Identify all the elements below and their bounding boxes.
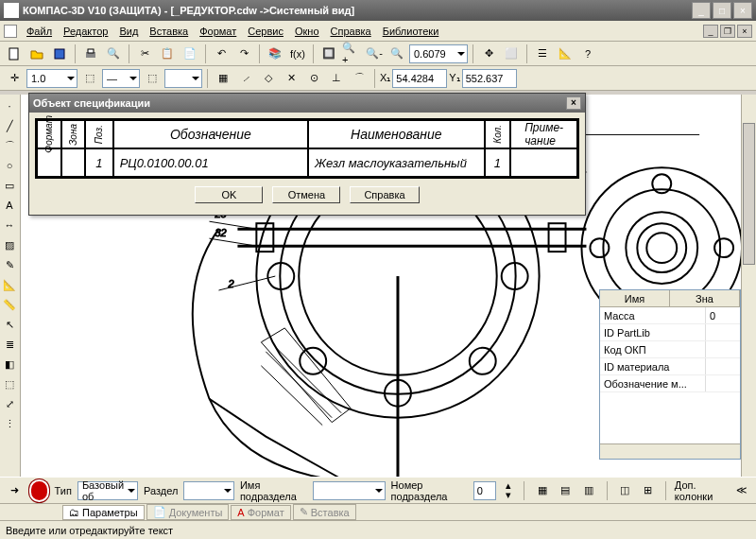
mdi-minimize[interactable]: _ <box>703 25 718 38</box>
close-button[interactable]: × <box>733 2 752 19</box>
minimize-button[interactable]: _ <box>692 2 711 19</box>
tab-params[interactable]: 🗂Параметры <box>62 505 145 520</box>
mdi-restore[interactable]: ❐ <box>720 25 735 38</box>
snap-button[interactable]: ✛ <box>4 68 25 89</box>
zoom-fit-button[interactable]: ⬜ <box>501 43 522 64</box>
spec-data-row[interactable]: 1 РЦ0.0100.00.01 Жезл маслоуказательный … <box>37 148 577 177</box>
zoom-prev-button[interactable]: 🔍 <box>387 43 407 64</box>
grid1-button[interactable]: ▦ <box>533 480 551 501</box>
preview-button[interactable]: 🔍 <box>103 43 124 64</box>
copy-button[interactable]: 📋 <box>157 43 178 64</box>
cell-qty[interactable]: 1 <box>485 148 511 177</box>
new-button[interactable] <box>4 43 25 64</box>
tool-select[interactable]: ↖ <box>0 315 19 334</box>
type-combo[interactable]: Базовый об <box>77 481 138 500</box>
spin-down[interactable]: ▾ <box>502 491 515 500</box>
menu-insert[interactable]: Вставка <box>144 23 194 40</box>
maximize-button[interactable]: □ <box>713 2 731 19</box>
help-button[interactable]: Справка <box>350 186 419 203</box>
cell-note[interactable] <box>510 148 577 177</box>
tool-rect[interactable]: ▭ <box>0 176 19 195</box>
layer-btn[interactable]: ⬚ <box>79 68 100 89</box>
zoom-window-button[interactable]: 🔲 <box>318 43 339 64</box>
tool-param[interactable]: 📐 <box>0 275 19 294</box>
zoom-out-button[interactable]: 🔍- <box>364 43 385 64</box>
menu-format[interactable]: Формат <box>194 23 242 40</box>
pan-button[interactable]: ✥ <box>478 43 499 64</box>
linewidth-combo[interactable]: — <box>102 69 140 88</box>
cancel-button[interactable]: Отмена <box>272 186 340 203</box>
menu-edit[interactable]: Редактор <box>58 23 113 40</box>
snap-cen[interactable]: ⊙ <box>303 68 324 89</box>
prop-scrollbar[interactable] <box>600 443 740 459</box>
prop-row[interactable]: Обозначение м... <box>600 375 740 392</box>
dialog-close-button[interactable]: × <box>566 96 581 110</box>
extra-cols-button[interactable]: ≪ <box>732 480 750 501</box>
cell-designation[interactable]: РЦ0.0100.00.01 <box>113 148 308 177</box>
stop-button[interactable] <box>29 479 49 502</box>
prop-row[interactable]: ID материала <box>600 358 740 375</box>
tool-arc[interactable]: ⌒ <box>0 136 19 155</box>
grid4-button[interactable]: ◫ <box>615 480 633 501</box>
ok-button[interactable]: OK <box>195 186 263 203</box>
snap-perp[interactable]: ⊥ <box>326 68 347 89</box>
cell-zone[interactable] <box>61 148 86 177</box>
tool-view[interactable]: ⬚ <box>0 374 19 393</box>
open-button[interactable] <box>26 43 47 64</box>
help-button[interactable]: ? <box>577 43 598 64</box>
tool-hatch[interactable]: ▨ <box>0 235 19 254</box>
tool-spec[interactable]: ≣ <box>0 335 19 354</box>
zoom-scale-combo[interactable]: 0.6079 <box>409 44 468 63</box>
snap-end[interactable]: ⟋ <box>235 68 256 89</box>
subname-combo[interactable] <box>313 481 386 500</box>
tool-line[interactable]: ╱ <box>0 116 19 135</box>
tool-macro[interactable]: ◧ <box>0 355 19 374</box>
prop-row[interactable]: Масса0 <box>600 307 740 324</box>
tab-insert[interactable]: ✎Вставка <box>293 504 356 520</box>
manager-button[interactable]: 📚 <box>265 43 285 64</box>
cell-name[interactable]: Жезл маслоуказательный <box>308 148 485 177</box>
prop-row[interactable]: Код ОКП <box>600 341 740 358</box>
prop-col-name[interactable]: Имя <box>600 290 670 306</box>
prop-col-value[interactable]: Зна <box>670 290 740 306</box>
snap-tan[interactable]: ⌒ <box>349 68 369 89</box>
vertical-scrollbar[interactable] <box>741 95 756 480</box>
tool-dim[interactable]: ↔ <box>0 216 19 235</box>
snap-mid[interactable]: ◇ <box>258 68 279 89</box>
save-button[interactable] <box>49 43 70 64</box>
mdi-close[interactable]: × <box>737 25 752 38</box>
variables-button[interactable]: f(x) <box>287 43 308 64</box>
redo-button[interactable]: ↷ <box>233 43 254 64</box>
snap-int[interactable]: ✕ <box>281 68 301 89</box>
snap-grid[interactable]: ▦ <box>213 68 233 89</box>
menu-view[interactable]: Вид <box>113 23 144 40</box>
prop-row[interactable]: ID PartLib <box>600 324 740 341</box>
tool-attr[interactable]: ⋮ <box>0 414 19 433</box>
tool-text[interactable]: A <box>0 196 19 215</box>
section-combo[interactable] <box>183 481 234 500</box>
menu-file[interactable]: Файл <box>21 23 58 40</box>
cell-pos[interactable]: 1 <box>85 148 113 177</box>
menu-window[interactable]: Окно <box>289 23 325 40</box>
grid3-button[interactable]: ▥ <box>580 480 598 501</box>
grid5-button[interactable]: ⊞ <box>639 480 657 501</box>
enter-button[interactable]: ➜ <box>6 480 24 501</box>
state-btn[interactable]: ⬚ <box>142 68 163 89</box>
libs-button[interactable]: 📐 <box>555 43 576 64</box>
print-button[interactable] <box>80 43 101 64</box>
tool-edit[interactable]: ✎ <box>0 255 19 274</box>
menu-libraries[interactable]: Библиотеки <box>377 23 445 40</box>
x-input[interactable]: 54.4284 <box>392 69 447 88</box>
tool-brk[interactable]: ⤢ <box>0 394 19 413</box>
color-combo[interactable] <box>164 69 202 88</box>
menu-service[interactable]: Сервис <box>242 23 289 40</box>
paste-button[interactable]: 📄 <box>180 43 200 64</box>
tool-point[interactable]: · <box>0 96 19 115</box>
layers-button[interactable]: ☰ <box>532 43 553 64</box>
grid2-button[interactable]: ▤ <box>557 480 575 501</box>
cut-button[interactable]: ✂ <box>134 43 155 64</box>
tool-measure[interactable]: 📏 <box>0 295 19 314</box>
subnum-input[interactable]: 0 <box>473 481 497 500</box>
zoom-in-button[interactable]: 🔍+ <box>341 43 362 64</box>
undo-button[interactable]: ↶ <box>211 43 232 64</box>
